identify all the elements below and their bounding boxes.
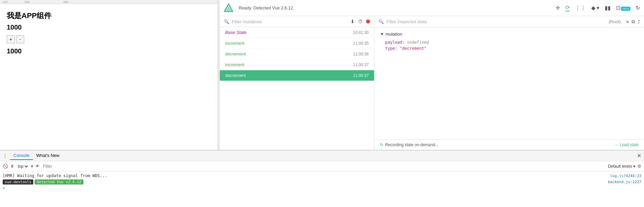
badge-detected-vue: Detected Vue v2.6.12 — [35, 179, 83, 184]
mutation-name: decrement — [225, 73, 246, 78]
mutation-time: 10:41:30 — [353, 30, 369, 35]
app-count-top: 1000 — [7, 24, 211, 31]
timeline-icon[interactable]: ⟳ — [565, 4, 570, 11]
app-count-bottom: 1000 — [7, 47, 211, 55]
chart-icon[interactable]: ▮▮ — [605, 5, 611, 11]
mutation-item[interactable]: increment 11:00:37 — [220, 59, 374, 70]
context-select[interactable]: top — [16, 164, 29, 169]
prop-val-payload: undefined — [407, 40, 429, 45]
expand-chevron[interactable]: > — [3, 186, 5, 190]
download-icon[interactable]: ⬇ — [351, 19, 355, 24]
mutation-item[interactable]: Base State 10:41:30 — [220, 27, 374, 38]
mutations-list: Base State 10:41:30 increment 11:00:35 d… — [220, 27, 374, 150]
grid-icon[interactable]: ⋮⋮ — [575, 5, 586, 11]
component-icon[interactable]: ⊡NEW — [616, 5, 630, 11]
refresh-devtools-icon[interactable]: ↻ — [636, 5, 640, 11]
devtools-header: Ready. Detected Vue 2.6.12. ✛ ⟳ ⋮⋮ ◆ ▾ ▮… — [220, 0, 644, 16]
devtools-panel: Ready. Detected Vue 2.6.12. ✛ ⟳ ⋮⋮ ◆ ▾ ▮… — [220, 0, 644, 150]
default-levels-dropdown[interactable]: Default levels ▾ — [608, 164, 635, 169]
state-panel: 🔍 (Root) ≡ ⧉ ⤴ ▼ mutation — [374, 16, 644, 150]
mutation-actions: ⬇ ⏱ — [351, 19, 370, 24]
state-search-input[interactable] — [387, 19, 603, 24]
mutations-search-input[interactable] — [232, 19, 348, 24]
new-badge: NEW — [621, 7, 630, 11]
console-panel: ⋮ Console What's New ✕ 🚫 ⏸ top ▾ 👁 Defau… — [0, 150, 644, 207]
increment-button[interactable]: + — [7, 35, 15, 43]
mutation-name: increment — [225, 62, 244, 67]
tab-whats-new[interactable]: What's New — [33, 152, 63, 160]
load-state-label: Load state — [620, 142, 639, 147]
app-preview: 137 200 468 我是APP组件 1000 + - 1000 — [0, 0, 218, 150]
state-footer: ↻ Recording state on-demand... → Load st… — [374, 139, 644, 150]
state-content: ▼ mutation payload: undefined type: "dec… — [374, 28, 644, 139]
log-text: [HMR] Waiting for update signal from WDS… — [3, 173, 107, 178]
console-log-line-1: [HMR] Waiting for update signal from WDS… — [3, 173, 641, 179]
tab-console[interactable]: Console — [10, 152, 33, 160]
mutation-item[interactable]: decrement 11:00:36 — [220, 49, 374, 59]
console-content: [HMR] Waiting for update signal from WDS… — [0, 171, 644, 207]
recording-label: Recording state on-demand... — [385, 142, 438, 147]
detected-text: Ready. Detected Vue 2.6.12. — [239, 5, 294, 10]
mutations-search-bar: 🔍 ⬇ ⏱ — [220, 16, 374, 27]
console-filter-input[interactable] — [42, 163, 606, 169]
settings-icon[interactable]: ⚙ — [637, 164, 641, 169]
state-actions: ≡ ⧉ ⤴ — [626, 19, 640, 25]
export-icon[interactable]: ⤴ — [638, 19, 640, 25]
log-link-1[interactable]: log.js?4244:23 — [610, 174, 641, 178]
mutations-panel: 🔍 ⬇ ⏱ Base State 10:41:30 — [220, 16, 374, 150]
mutation-tree-header: ▼ mutation — [380, 32, 639, 37]
console-badges: vue-devtools Detected Vue v2.6.12 — [3, 179, 83, 184]
eye-icon[interactable]: 👁 — [35, 164, 40, 169]
console-tabs: Console What's New — [10, 152, 63, 160]
recording-refresh-icon: ↻ — [380, 142, 383, 147]
clear-console-icon[interactable]: 🚫 — [3, 164, 8, 169]
devtools-body: 🔍 ⬇ ⏱ Base State 10:41:30 — [220, 16, 644, 150]
console-log-line-3: > — [3, 185, 641, 191]
mutation-name: increment — [225, 41, 244, 46]
mutation-time: 11:00:37 — [353, 63, 369, 67]
prop-payload: payload: undefined — [380, 39, 639, 45]
console-tabs-bar: ⋮ Console What's New ✕ — [0, 151, 644, 161]
app-title: 我是APP组件 — [7, 11, 211, 21]
copy-icon[interactable]: ⧉ — [632, 19, 635, 25]
mutation-item[interactable]: increment 11:00:35 — [220, 38, 374, 49]
filter-icon[interactable]: ≡ — [626, 19, 629, 25]
root-label: (Root) — [606, 19, 623, 24]
badge-vue-devtools: vue-devtools — [3, 179, 33, 184]
search-icon: 🔍 — [224, 19, 229, 24]
console-toolbar: 🚫 ⏸ top ▾ 👁 Default levels ▾ ⚙ — [0, 161, 644, 171]
log-link-2[interactable]: backend.js:2237 — [608, 180, 641, 184]
mutation-time: 11:00:37 — [353, 73, 369, 78]
console-log-line-2: vue-devtools Detected Vue v2.6.12 backen… — [3, 179, 641, 185]
arrow-icon[interactable]: ▼ — [380, 32, 384, 37]
mutation-time: 11:00:35 — [353, 41, 369, 46]
state-search-bar: 🔍 (Root) ≡ ⧉ ⤴ — [374, 16, 644, 28]
header-icons: ✛ ⟳ ⋮⋮ ◆ ▾ ▮▮ ⊡NEW ↻ — [556, 4, 640, 11]
pause-icon[interactable]: ⏸ — [10, 164, 14, 169]
prop-val-type: "decrement" — [400, 46, 426, 51]
console-menu-icon[interactable]: ⋮ — [3, 153, 7, 159]
app-buttons: + - — [7, 35, 211, 43]
vue-logo — [224, 3, 233, 13]
load-state-button[interactable]: → Load state — [614, 142, 639, 147]
target-icon[interactable]: ✛ — [556, 5, 560, 11]
state-search-icon: 🔍 — [378, 19, 384, 24]
mutation-item-active[interactable]: decrement 11:00:37 — [220, 70, 374, 81]
clock-icon[interactable]: ⏱ — [358, 19, 363, 24]
mutation-label: mutation — [386, 32, 402, 37]
record-button[interactable] — [366, 19, 370, 24]
recording-text: ↻ Recording state on-demand... — [380, 142, 438, 147]
prop-type: type: "decrement" — [380, 45, 639, 51]
decrement-button[interactable]: - — [16, 35, 24, 43]
chevron-select-icon[interactable]: ▾ — [31, 164, 33, 169]
prop-key-type: type: — [385, 46, 397, 51]
diamond-icon[interactable]: ◆ ▾ — [591, 5, 599, 11]
mutation-tree: ▼ mutation payload: undefined type: "dec… — [380, 32, 639, 51]
prop-key-payload: payload: — [385, 40, 405, 45]
mutation-name: decrement — [225, 51, 246, 56]
mutation-name: Base State — [225, 30, 247, 35]
mutation-time: 11:00:36 — [353, 52, 369, 56]
arrow-right-icon: → — [614, 142, 618, 147]
close-console-icon[interactable]: ✕ — [637, 153, 641, 159]
